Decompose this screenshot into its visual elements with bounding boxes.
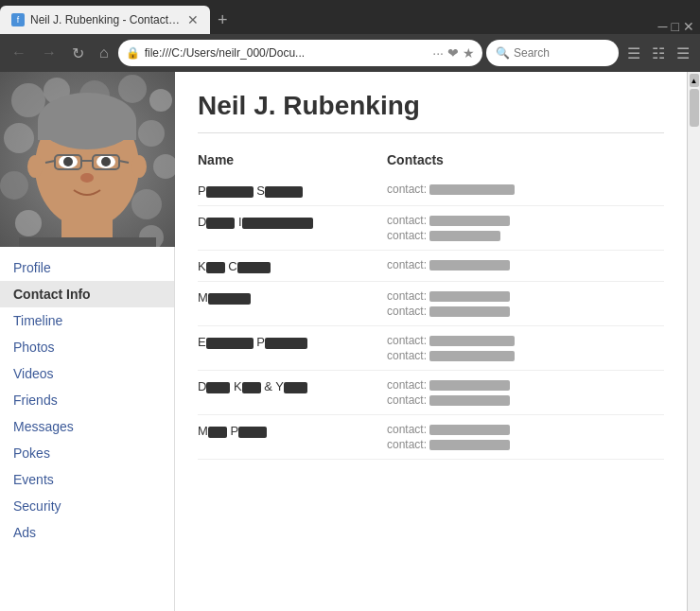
svg-point-7 xyxy=(138,120,165,147)
profile-name: Neil J. Rubenking xyxy=(198,91,664,133)
svg-rect-16 xyxy=(38,121,136,140)
table-row: E P contact: contact: xyxy=(198,326,664,371)
sidebar-item-security[interactable]: Security xyxy=(0,493,174,519)
table-row: M contact: contact: xyxy=(198,282,664,326)
contact-entry: contact: xyxy=(387,214,510,227)
sidebar-item-timeline[interactable]: Timeline xyxy=(0,307,174,334)
contact-entry: contact: xyxy=(387,349,515,362)
contact-entry: contact: xyxy=(387,258,510,271)
sidebar-item-ads[interactable]: Ads xyxy=(0,519,174,546)
contact-entry: contact: xyxy=(387,289,510,303)
sidebar-item-messages[interactable]: Messages xyxy=(0,413,174,440)
sidebar-item-photos[interactable]: Photos xyxy=(0,334,174,360)
contact-name: M xyxy=(198,289,387,318)
forward-button[interactable]: → xyxy=(36,43,62,63)
contact-name-text: M xyxy=(198,290,251,305)
bookmark-icon[interactable]: ★ xyxy=(463,45,475,61)
back-button[interactable]: ← xyxy=(6,43,32,63)
sidebar-item-friends[interactable]: Friends xyxy=(0,387,174,413)
name-column-header: Name xyxy=(198,152,387,167)
contact-info: contact: xyxy=(387,258,510,273)
home-button[interactable]: ⌂ xyxy=(94,43,114,63)
svg-point-6 xyxy=(4,123,34,153)
contact-entry: contact: xyxy=(387,438,510,451)
sidebar-button[interactable]: ☷ xyxy=(647,43,670,64)
table-row: D K & Y contact: contact: xyxy=(198,371,664,415)
contact-table: Name Contacts P S contact: xyxy=(198,152,664,460)
menu-button[interactable]: ☰ xyxy=(672,43,694,64)
contact-info: contact: contact: xyxy=(387,334,515,362)
close-window-button[interactable]: ✕ xyxy=(683,19,694,34)
contact-info: contact: contact: xyxy=(387,378,510,407)
svg-point-20 xyxy=(101,157,111,166)
contact-name: M P xyxy=(198,423,387,451)
new-tab-button[interactable]: + xyxy=(210,10,236,34)
scroll-up-button[interactable]: ▲ xyxy=(690,74,699,87)
table-row: M P contact: contact: xyxy=(198,415,664,460)
tab-title: Neil J. Rubenking - Contact Info xyxy=(30,13,182,26)
contact-name: D I xyxy=(198,214,387,242)
contact-name-text: D K & Y xyxy=(198,379,307,393)
svg-point-1 xyxy=(11,83,45,117)
sidebar-item-profile[interactable]: Profile xyxy=(0,254,174,281)
search-input[interactable] xyxy=(514,46,599,60)
sidebar: Profile Contact Info Timeline Photos Vid… xyxy=(0,72,175,611)
svg-point-28 xyxy=(131,155,147,178)
contact-name-text: E P xyxy=(198,335,307,349)
lock-icon: 🔒 xyxy=(126,46,140,60)
contact-entry: contact: xyxy=(387,183,515,196)
svg-point-19 xyxy=(63,157,73,166)
sidebar-item-contact-info[interactable]: Contact Info xyxy=(0,281,174,307)
contact-entry: contact: xyxy=(387,378,510,392)
contact-name-text: M P xyxy=(198,424,267,438)
vertical-scrollbar[interactable]: ▲ xyxy=(687,72,700,611)
contact-entry: contact: xyxy=(387,305,510,318)
sidebar-item-videos[interactable]: Videos xyxy=(0,360,174,387)
contact-info: contact: contact: xyxy=(387,289,510,318)
address-text: file:///C:/Users/neilr_000/Docu... xyxy=(145,46,429,60)
pocket-icon[interactable]: ❤ xyxy=(447,45,459,61)
svg-point-26 xyxy=(80,173,94,183)
scroll-thumb[interactable] xyxy=(690,89,699,127)
table-row: K C contact: xyxy=(198,251,664,282)
search-icon: 🔍 xyxy=(496,46,510,60)
active-tab[interactable]: f Neil J. Rubenking - Contact Info ✕ xyxy=(0,6,210,34)
contact-info: contact: contact: xyxy=(387,423,510,451)
contact-header: Name Contacts xyxy=(198,152,664,167)
right-nav: ☰ ☷ ☰ xyxy=(622,43,694,64)
contact-name: E P xyxy=(198,334,387,362)
tab-bar: f Neil J. Rubenking - Contact Info ✕ + ─… xyxy=(0,0,700,34)
contact-entry: contact: xyxy=(387,229,510,242)
contact-name: K C xyxy=(198,258,387,273)
sidebar-nav: Profile Contact Info Timeline Photos Vid… xyxy=(0,247,174,553)
svg-rect-30 xyxy=(19,237,156,247)
main-content: Neil J. Rubenking Name Contacts P S cont… xyxy=(175,72,687,611)
sidebar-item-pokes[interactable]: Pokes xyxy=(0,440,174,466)
maximize-button[interactable]: □ xyxy=(672,19,679,34)
contact-name: D K & Y xyxy=(198,378,387,407)
contacts-column-header: Contacts xyxy=(387,152,444,167)
contact-entry: contact: xyxy=(387,423,510,436)
sidebar-item-events[interactable]: Events xyxy=(0,466,174,493)
svg-point-11 xyxy=(15,210,42,236)
table-row: P S contact: xyxy=(198,175,664,206)
svg-point-5 xyxy=(149,89,172,112)
more-icon[interactable]: ··· xyxy=(432,45,444,61)
search-bar[interactable]: 🔍 xyxy=(486,40,619,66)
address-icons: ··· ❤ ★ xyxy=(432,45,475,61)
tab-close-button[interactable]: ✕ xyxy=(187,12,199,27)
contact-name-text: K C xyxy=(198,259,271,273)
table-row: D I contact: contact: xyxy=(198,206,664,251)
address-bar[interactable]: 🔒 file:///C:/Users/neilr_000/Docu... ···… xyxy=(118,40,482,66)
contact-name-text: P S xyxy=(198,183,303,198)
contact-entry: contact: xyxy=(387,393,510,407)
minimize-button[interactable]: ─ xyxy=(658,19,668,34)
contact-info: contact: xyxy=(387,183,515,198)
svg-point-10 xyxy=(131,189,162,219)
reload-button[interactable]: ↻ xyxy=(66,43,90,64)
contact-name: P S xyxy=(198,183,387,198)
contact-info: contact: contact: xyxy=(387,214,510,242)
profile-photo xyxy=(0,72,175,247)
navigation-bar: ← → ↻ ⌂ 🔒 file:///C:/Users/neilr_000/Doc… xyxy=(0,34,700,72)
bookmarks-button[interactable]: ☰ xyxy=(622,43,645,64)
